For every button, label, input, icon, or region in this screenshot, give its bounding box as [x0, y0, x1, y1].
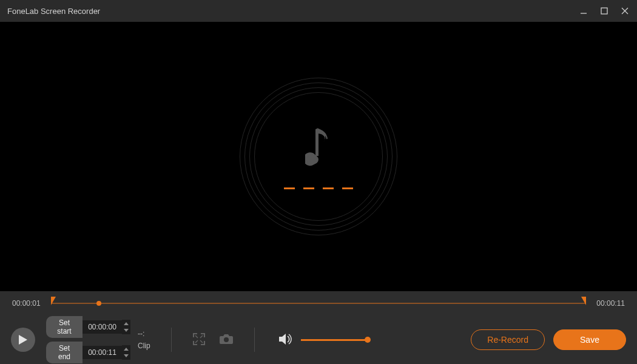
- svg-marker-5: [19, 335, 27, 345]
- title-bar: FoneLab Screen Recorder: [0, 0, 637, 22]
- controls-bar: Set start 00:00:00 Set end 00:00:11 --: …: [0, 315, 637, 364]
- clip-end-row: Set end 00:00:11: [46, 342, 130, 363]
- stepper-up-icon[interactable]: [122, 346, 130, 352]
- svg-marker-8: [124, 348, 129, 351]
- set-end-button[interactable]: Set end: [46, 342, 83, 363]
- total-time: 00:00:11: [595, 299, 625, 308]
- ring-icon: [254, 92, 383, 221]
- svg-marker-9: [124, 354, 129, 357]
- stepper-down-icon[interactable]: [122, 327, 130, 334]
- svg-point-10: [224, 337, 229, 342]
- end-time-stepper[interactable]: [122, 345, 130, 360]
- svg-rect-1: [601, 8, 607, 14]
- svg-marker-11: [279, 334, 286, 345]
- stepper-down-icon[interactable]: [122, 352, 130, 359]
- divider: [171, 328, 172, 352]
- end-time-input[interactable]: 00:00:11: [83, 346, 122, 359]
- set-start-button[interactable]: Set start: [46, 316, 83, 338]
- start-time-input[interactable]: 00:00:00: [83, 320, 122, 334]
- volume-slider[interactable]: [301, 339, 368, 341]
- clip-start-row: Set start 00:00:00: [46, 316, 130, 338]
- app-title: FoneLab Screen Recorder: [7, 7, 100, 16]
- clip-controls: Set start 00:00:00 Set end 00:00:11 --: …: [46, 316, 150, 363]
- camera-icon[interactable]: [219, 333, 234, 347]
- timeline-bar: 00:00:01 00:00:11: [0, 291, 637, 315]
- svg-marker-6: [124, 322, 129, 325]
- timeline-slider[interactable]: [51, 298, 586, 309]
- clip-label: --: Clip --:: [138, 329, 150, 350]
- trim-start-handle[interactable]: [51, 297, 56, 305]
- svg-marker-7: [124, 329, 129, 332]
- tool-icons: [192, 332, 234, 348]
- playhead[interactable]: [96, 301, 101, 306]
- maximize-button[interactable]: [599, 6, 609, 16]
- minimize-button[interactable]: [579, 6, 588, 16]
- timeline-track: [51, 303, 586, 304]
- divider: [254, 328, 255, 352]
- clip-dashes: --:: [138, 329, 150, 338]
- volume-thumb[interactable]: [365, 337, 371, 343]
- current-time: 00:00:01: [12, 299, 42, 308]
- clip-inputs: Set start 00:00:00 Set end 00:00:11: [46, 316, 130, 363]
- fullscreen-icon[interactable]: [192, 332, 206, 348]
- play-button[interactable]: [11, 328, 35, 352]
- volume-control: [279, 333, 368, 347]
- close-button[interactable]: [620, 6, 630, 16]
- volume-icon[interactable]: [279, 333, 292, 347]
- window-controls: [579, 6, 630, 16]
- save-button[interactable]: Save: [553, 329, 626, 350]
- start-time-stepper[interactable]: [122, 320, 130, 334]
- audio-visualizer: [234, 72, 403, 241]
- preview-area: [0, 22, 637, 291]
- trim-end-handle[interactable]: [581, 297, 586, 305]
- action-buttons: Re-Record Save: [471, 329, 626, 350]
- stepper-up-icon[interactable]: [122, 320, 130, 327]
- rerecord-button[interactable]: Re-Record: [471, 329, 545, 350]
- clip-text: Clip: [138, 342, 150, 350]
